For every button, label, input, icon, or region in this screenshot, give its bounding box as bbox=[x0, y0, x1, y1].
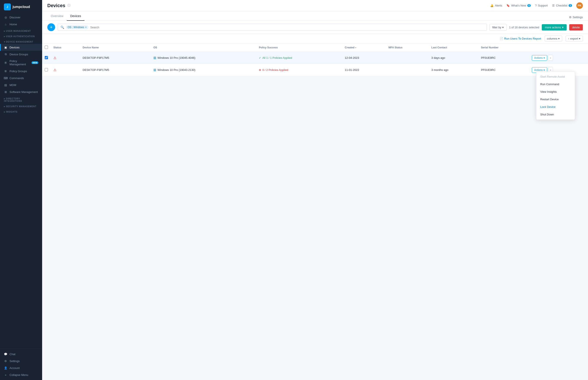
checklist-nav[interactable]: ☰ Checklist 1 bbox=[552, 4, 572, 7]
section-security-management[interactable]: ▸ Security Management bbox=[0, 103, 42, 109]
section-device-management[interactable]: ▾ Device Management bbox=[0, 38, 42, 44]
dropdown-item-shut-down[interactable]: Shut Down bbox=[536, 111, 575, 118]
remove-filter-button[interactable]: ✕ bbox=[85, 26, 87, 29]
more-actions-button[interactable]: more actions ▾ bbox=[542, 24, 566, 31]
support-nav[interactable]: ? Support bbox=[535, 4, 548, 7]
main-content: Devices ⓘ 🔔 Alerts 🔖 What's New 6 ? Supp… bbox=[42, 0, 588, 380]
logo-icon: J bbox=[4, 3, 11, 10]
dropdown-item-lock-device[interactable]: Lock Device bbox=[536, 103, 575, 111]
sidebar-logo[interactable]: J jumpcloud bbox=[0, 0, 42, 14]
sidebar-item-collapse[interactable]: « Collapse Menu bbox=[0, 371, 42, 378]
alerts-nav[interactable]: 🔔 Alerts bbox=[490, 4, 502, 7]
sidebar-item-devices[interactable]: ▣ Devices bbox=[0, 44, 42, 51]
row-1-created: 12-04-2023 bbox=[342, 52, 386, 64]
whats-new-nav[interactable]: 🔖 What's New 6 bbox=[506, 4, 531, 7]
bell-icon: 🔔 bbox=[490, 4, 494, 7]
tabs-bar: Overview Devices ⚙ Settings bbox=[42, 11, 588, 21]
row-2-checkbox[interactable] bbox=[45, 68, 48, 71]
row-1-policy: ✓ All 1 / 1 Policies Applied bbox=[259, 56, 339, 59]
row-2-device-name: DESKTOP-F9P17M5 bbox=[83, 68, 109, 72]
dropdown-item-restart-device[interactable]: Restart Device bbox=[536, 95, 575, 103]
add-device-button[interactable]: + bbox=[47, 23, 55, 31]
row-2-mfa bbox=[386, 64, 429, 76]
row-1-serial: PF0UE9RC bbox=[478, 52, 529, 64]
delete-button[interactable]: delete bbox=[569, 24, 583, 31]
sidebar-item-mdm[interactable]: ▤ MDM bbox=[0, 81, 42, 88]
section-user-authentication[interactable]: ▸ User Authentication bbox=[0, 33, 42, 38]
content-area: + 🔍 OS : Windows ✕ filter by ▾ 1 of 16 d… bbox=[42, 21, 588, 380]
row-1-actions-button[interactable]: Actions ▾ bbox=[532, 55, 547, 61]
table-body: ⚠ DESKTOP-F9P17M5 ⊞ Windows 10 Pro (1904… bbox=[42, 52, 588, 76]
tab-devices[interactable]: Devices bbox=[67, 12, 85, 21]
export-button[interactable]: ↑ export ▾ bbox=[566, 36, 583, 41]
sidebar-item-settings[interactable]: ⚙ Settings bbox=[0, 358, 42, 364]
row-1-os: ⊞ Windows 10 Pro (19045.4046) bbox=[153, 56, 254, 60]
export-icon: ↑ bbox=[568, 37, 570, 40]
dropdown-item-start-remote: Start Remote Assist bbox=[536, 73, 575, 80]
search-input[interactable] bbox=[90, 26, 484, 29]
col-status: Status bbox=[51, 43, 80, 52]
row-1-status-icon: ⚠ bbox=[53, 56, 56, 60]
sidebar-item-policy-management[interactable]: ⛨ Policy Management NEW bbox=[0, 58, 42, 68]
filter-by-button[interactable]: filter by ▾ bbox=[489, 24, 507, 31]
package-icon: ⊞ bbox=[4, 90, 7, 94]
col-os: OS bbox=[151, 43, 256, 52]
row-1-actions-group: Actions ▾ › bbox=[532, 55, 585, 61]
row-2-os: ⊞ Windows 10 Pro (19043.2130) bbox=[153, 68, 254, 72]
actions-chevron-icon: ▾ bbox=[544, 57, 545, 59]
table-row: ⚠ DESKTOP-F9P17M5 ⊞ Windows 10 Pro (1904… bbox=[42, 64, 588, 76]
tablet-icon: ▤ bbox=[4, 83, 7, 87]
row-2-serial: PF0UE9RC bbox=[478, 64, 529, 76]
col-last-contact: Last Contact bbox=[429, 43, 479, 52]
message-circle-icon: 💬 bbox=[4, 352, 7, 356]
table-row: ⚠ DESKTOP-F9P17M5 ⊞ Windows 10 Pro (1904… bbox=[42, 52, 588, 64]
sidebar-item-commands[interactable]: ⌨ Commands bbox=[0, 75, 42, 81]
document-icon: 📄 bbox=[500, 37, 503, 40]
settings-link[interactable]: ⚙ Settings bbox=[569, 16, 583, 19]
section-directory-integrations[interactable]: ▸ Directory Integrations bbox=[0, 95, 42, 103]
dropdown-item-view-insights[interactable]: View Insights bbox=[536, 88, 575, 95]
sidebar: J jumpcloud ◎ Discover ⌂ Home ▸ User Man… bbox=[0, 0, 42, 380]
section-insights[interactable]: ▸ Insights bbox=[0, 109, 42, 114]
policy-ok-icon: ✓ bbox=[259, 56, 261, 59]
home-icon: ⌂ bbox=[4, 22, 7, 26]
row-1-last-contact: 3 days ago bbox=[429, 52, 479, 64]
policy-fail-icon: ⊗ bbox=[259, 68, 261, 72]
tab-overview[interactable]: Overview bbox=[47, 12, 67, 21]
sort-created-icon: ▾ bbox=[355, 46, 356, 49]
info-icon[interactable]: ⓘ bbox=[67, 4, 71, 8]
col-serial-number: Serial Number bbox=[478, 43, 529, 52]
sidebar-item-home[interactable]: ⌂ Home bbox=[0, 21, 42, 28]
row-1-device-name: DESKTOP-F9P17M5 bbox=[83, 56, 109, 59]
row-1-expand-button[interactable]: › bbox=[548, 55, 553, 61]
sidebar-item-policy-groups[interactable]: ⛨ Policy Groups bbox=[0, 68, 42, 75]
export-chevron-icon: ▾ bbox=[579, 37, 580, 40]
gear-icon: ⚙ bbox=[569, 16, 571, 19]
shield-group-icon: ⛨ bbox=[4, 69, 7, 73]
select-all-checkbox[interactable] bbox=[45, 46, 48, 49]
sidebar-item-account[interactable]: 👤 Account bbox=[0, 364, 42, 371]
columns-chevron-icon: ▾ bbox=[558, 37, 560, 40]
chevron-down-icon: ▾ bbox=[502, 26, 504, 29]
section-user-management[interactable]: ▸ User Management bbox=[0, 28, 42, 33]
row-2-last-contact: 3 months ago bbox=[429, 64, 479, 76]
actions-dropdown: Start Remote Assist Run Command View Ins… bbox=[536, 71, 575, 120]
sidebar-item-device-groups[interactable]: ⧉ Device Groups bbox=[0, 51, 42, 58]
user-avatar[interactable]: PK bbox=[576, 2, 583, 9]
sidebar-item-software-management[interactable]: ⊞ Software Management bbox=[0, 88, 42, 95]
monitor-icon: ▣ bbox=[4, 46, 7, 49]
table-toolbar: 📄 Run Users To Devices Report columns ▾ … bbox=[42, 34, 588, 43]
col-created[interactable]: Created ▾ bbox=[342, 43, 386, 52]
sidebar-item-discover[interactable]: ◎ Discover bbox=[0, 14, 42, 21]
sidebar-item-chat[interactable]: 💬 Chat bbox=[0, 351, 42, 358]
row-1-checkbox[interactable] bbox=[45, 56, 48, 59]
columns-button[interactable]: columns ▾ bbox=[545, 36, 562, 41]
col-actions bbox=[529, 43, 588, 52]
page-title: Devices bbox=[47, 3, 65, 8]
topbar-left: Devices ⓘ bbox=[47, 3, 71, 8]
run-report-link[interactable]: 📄 Run Users To Devices Report bbox=[500, 37, 541, 40]
compass-icon: ◎ bbox=[4, 16, 7, 19]
dropdown-item-run-command[interactable]: Run Command bbox=[536, 80, 575, 88]
windows-icon-2: ⊞ bbox=[153, 68, 156, 72]
settings-icon: ⚙ bbox=[4, 359, 7, 363]
